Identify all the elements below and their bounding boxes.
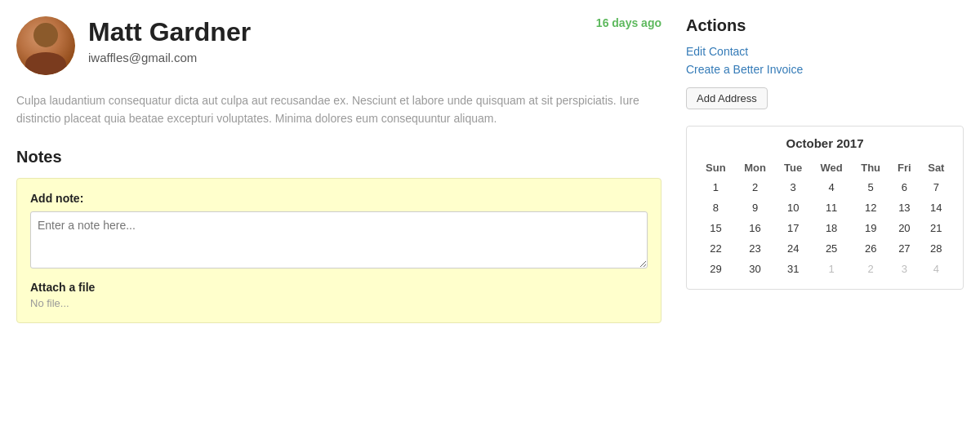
calendar-day-header: Mon — [735, 158, 776, 177]
calendar-day[interactable]: 30 — [735, 259, 776, 279]
calendar-day[interactable]: 3 — [775, 177, 811, 197]
add-address-button[interactable]: Add Address — [686, 87, 768, 109]
notes-box: Add note: Attach a file No file... — [16, 178, 662, 323]
time-ago: 16 days ago — [596, 16, 662, 29]
page-wrapper: Matt Gardner iwaffles@gmail.com 16 days … — [0, 0, 980, 426]
calendar-day[interactable]: 24 — [775, 238, 811, 259]
calendar-day[interactable]: 17 — [775, 218, 811, 238]
calendar-day[interactable]: 2 — [852, 259, 889, 279]
calendar-day[interactable]: 1 — [697, 177, 735, 197]
calendar-day[interactable]: 5 — [852, 177, 889, 197]
profile-email: iwaffles@gmail.com — [88, 51, 662, 64]
calendar-week-row: 2930311234 — [697, 259, 953, 279]
calendar: October 2017 SunMonTueWedThuFriSat 12345… — [686, 126, 964, 290]
calendar-day[interactable]: 27 — [889, 238, 920, 259]
calendar-day-header: Fri — [889, 158, 920, 177]
calendar-day-header: Sat — [920, 158, 953, 177]
calendar-day[interactable]: 25 — [811, 238, 852, 259]
attach-label: Attach a file — [30, 281, 648, 294]
calendar-day[interactable]: 12 — [852, 197, 889, 218]
calendar-day[interactable]: 11 — [811, 197, 852, 218]
calendar-day-header: Sun — [697, 158, 735, 177]
note-textarea[interactable] — [30, 211, 648, 268]
calendar-day[interactable]: 6 — [889, 177, 920, 197]
avatar-image — [16, 16, 75, 75]
calendar-day[interactable]: 9 — [735, 197, 776, 218]
calendar-day-headers: SunMonTueWedThuFriSat — [697, 158, 953, 177]
profile-name: Matt Gardner — [88, 16, 662, 47]
calendar-day[interactable]: 20 — [889, 218, 920, 238]
calendar-day[interactable]: 28 — [920, 238, 953, 259]
profile-info: Matt Gardner iwaffles@gmail.com — [88, 16, 662, 64]
profile-header: Matt Gardner iwaffles@gmail.com 16 days … — [16, 16, 662, 75]
calendar-day[interactable]: 21 — [920, 218, 953, 238]
profile-bio: Culpa laudantium consequatur dicta aut c… — [16, 91, 662, 128]
calendar-day[interactable]: 22 — [697, 238, 735, 259]
add-note-label: Add note: — [30, 192, 648, 205]
calendar-day[interactable]: 31 — [775, 259, 811, 279]
notes-title: Notes — [16, 148, 662, 166]
calendar-day[interactable]: 7 — [920, 177, 953, 197]
calendar-day[interactable]: 26 — [852, 238, 889, 259]
calendar-day[interactable]: 2 — [735, 177, 776, 197]
calendar-day[interactable]: 29 — [697, 259, 735, 279]
calendar-day[interactable]: 19 — [852, 218, 889, 238]
calendar-day[interactable]: 1 — [811, 259, 852, 279]
calendar-day[interactable]: 18 — [811, 218, 852, 238]
calendar-day[interactable]: 13 — [889, 197, 920, 218]
actions-title: Actions — [686, 16, 964, 35]
calendar-week-row: 15161718192021 — [697, 218, 953, 238]
calendar-day[interactable]: 8 — [697, 197, 735, 218]
calendar-day[interactable]: 4 — [920, 259, 953, 279]
calendar-day[interactable]: 3 — [889, 259, 920, 279]
calendar-week-row: 1234567 — [697, 177, 953, 197]
edit-contact-link[interactable]: Edit Contact — [686, 45, 964, 58]
calendar-day-header: Tue — [775, 158, 811, 177]
calendar-day[interactable]: 15 — [697, 218, 735, 238]
calendar-day[interactable]: 14 — [920, 197, 953, 218]
calendar-day-header: Thu — [852, 158, 889, 177]
avatar — [16, 16, 75, 75]
sidebar: Actions Edit Contact Create a Better Inv… — [686, 16, 964, 410]
calendar-day[interactable]: 4 — [811, 177, 852, 197]
no-file-text: No file... — [30, 297, 648, 309]
main-content: Matt Gardner iwaffles@gmail.com 16 days … — [16, 16, 662, 410]
calendar-day[interactable]: 23 — [735, 238, 776, 259]
calendar-header: October 2017 — [697, 136, 953, 150]
calendar-week-row: 22232425262728 — [697, 238, 953, 259]
calendar-day[interactable]: 10 — [775, 197, 811, 218]
calendar-week-row: 891011121314 — [697, 197, 953, 218]
calendar-day[interactable]: 16 — [735, 218, 776, 238]
calendar-day-header: Wed — [811, 158, 852, 177]
notes-section: Notes Add note: Attach a file No file... — [16, 148, 662, 323]
create-invoice-link[interactable]: Create a Better Invoice — [686, 63, 964, 76]
calendar-grid: SunMonTueWedThuFriSat 123456789101112131… — [697, 158, 953, 279]
